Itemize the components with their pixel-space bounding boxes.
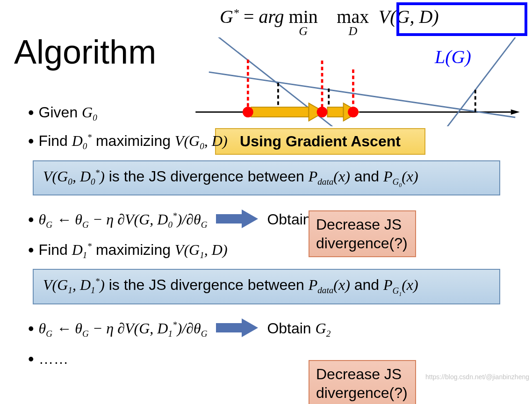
svg-marker-19	[242, 209, 258, 228]
text: maximizing	[92, 241, 175, 258]
js-divergence-box-0: V(G0, D0*) is the JS divergence between …	[33, 160, 500, 195]
text: Given	[39, 104, 82, 121]
text: and	[350, 276, 383, 293]
decrease-js-box-2: Decrease JS divergence(?)	[309, 360, 416, 404]
bullet-ellipsis: ……	[28, 349, 519, 369]
text: is the JS divergence between	[105, 276, 309, 293]
svg-rect-20	[216, 323, 242, 332]
text: Obtain	[267, 320, 315, 337]
bullet-given-g0: Given G0	[28, 103, 519, 123]
text: and	[350, 168, 383, 185]
bullet-update-theta-0: θG ← θG − η ∂V(G, D0*)/∂θG Obtain G1	[28, 209, 519, 232]
text: Find	[39, 132, 72, 149]
text: ……	[39, 350, 69, 367]
max-box-highlight	[396, 2, 527, 36]
js-divergence-box-1: V(G1, D1*) is the JS divergence between …	[33, 269, 500, 304]
slide: Algorithm G* = arg minG maxD V(G, D) L(G…	[0, 0, 532, 404]
slide-title: Algorithm	[14, 33, 156, 71]
svg-marker-21	[242, 318, 258, 337]
arrow-right-icon	[216, 209, 258, 232]
text: is the JS divergence between	[105, 168, 309, 185]
svg-rect-18	[216, 214, 242, 224]
text: Find	[39, 241, 72, 258]
text: maximizing	[92, 132, 175, 149]
bullet-list: Given G0 Find D0* maximizing V(G0, D) V(…	[14, 98, 519, 377]
watermark: https://blog.csdn.net/@jianbinzheng	[425, 373, 529, 381]
arrow-right-icon	[216, 318, 258, 341]
decrease-js-box-1: Decrease JS divergence(?)	[309, 210, 416, 257]
bullet-find-d0: Find D0* maximizing V(G0, D)	[28, 131, 519, 152]
bullet-update-theta-1: θG ← θG − η ∂V(G, D1*)/∂θG Obtain G2	[28, 318, 519, 341]
bullet-find-d1: Find D1* maximizing V(G1, D)	[28, 240, 519, 260]
